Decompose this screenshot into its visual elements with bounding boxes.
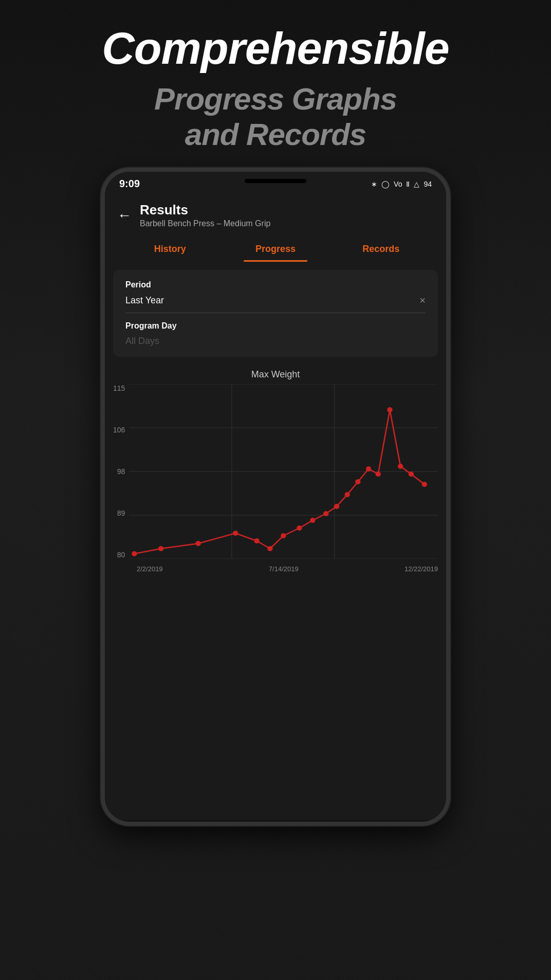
x-labels: 2/2/2019 7/14/2019 12/22/2019	[113, 561, 438, 573]
tab-history[interactable]: History	[117, 237, 223, 262]
svg-point-12	[268, 546, 273, 551]
page-title: Results	[140, 202, 270, 218]
back-button[interactable]: ←	[117, 207, 132, 224]
svg-point-24	[409, 471, 414, 477]
phone-notch	[245, 179, 306, 183]
x-label-mid: 7/14/2019	[269, 565, 299, 573]
svg-point-21	[376, 471, 381, 477]
svg-point-19	[355, 479, 360, 484]
app-bar-title-group: Results Barbell Bench Press – Medium Gri…	[140, 202, 270, 228]
period-clear-icon[interactable]: ×	[419, 295, 426, 306]
screen-content: ← Results Barbell Bench Press – Medium G…	[105, 194, 446, 820]
status-icons: ∗ ◯ Vo Ⅱ △ 94	[371, 180, 432, 188]
wifi-icon: △	[414, 180, 419, 188]
phone-frame: 9:09 ∗ ◯ Vo Ⅱ △ 94 ← Results Barbell Ben…	[101, 168, 450, 826]
signal-icon: Ⅱ	[406, 180, 410, 188]
svg-point-14	[297, 525, 302, 531]
svg-point-22	[388, 407, 393, 412]
chart-container: Max Weight 115 106 98 89 80	[113, 365, 438, 573]
chart-svg	[129, 384, 438, 559]
program-day-value[interactable]: All Days	[125, 336, 426, 347]
svg-point-17	[334, 504, 339, 509]
svg-point-11	[254, 538, 260, 543]
app-bar: ← Results Barbell Bench Press – Medium G…	[105, 194, 446, 232]
hero-subtitle: Progress Graphs and Records	[154, 81, 397, 152]
chart-wrapper: 115 106 98 89 80	[113, 384, 438, 561]
alarm-icon: ◯	[381, 180, 390, 188]
y-label-89: 89	[113, 509, 125, 517]
program-day-label: Program Day	[125, 321, 426, 331]
tab-records[interactable]: Records	[328, 237, 434, 262]
chart-svg-wrapper	[129, 384, 438, 561]
vol-icon: Vo	[394, 180, 402, 188]
period-label: Period	[125, 280, 426, 289]
period-value: Last Year	[125, 295, 164, 306]
period-select[interactable]: Last Year ×	[125, 295, 426, 313]
svg-point-18	[345, 492, 350, 497]
main-wrapper: Comprehensible Progress Graphs and Recor…	[0, 0, 551, 980]
svg-point-9	[196, 541, 201, 546]
status-time: 9:09	[119, 178, 140, 190]
chart-title: Max Weight	[113, 369, 438, 380]
svg-point-15	[310, 518, 315, 523]
battery-icon: 94	[424, 180, 432, 188]
tab-progress[interactable]: Progress	[223, 237, 328, 262]
svg-point-10	[233, 531, 238, 536]
hero-title: Comprehensible	[102, 26, 449, 71]
y-axis: 115 106 98 89 80	[113, 384, 129, 559]
tabs-row: History Progress Records	[105, 237, 446, 262]
svg-point-25	[422, 482, 427, 487]
svg-point-20	[366, 466, 371, 471]
svg-point-16	[323, 511, 328, 516]
y-label-98: 98	[113, 467, 125, 476]
x-label-start: 2/2/2019	[137, 565, 163, 573]
svg-point-13	[281, 533, 286, 538]
svg-point-7	[132, 551, 137, 556]
y-label-115: 115	[113, 384, 125, 392]
bluetooth-icon: ∗	[371, 180, 377, 188]
filter-card: Period Last Year × Program Day All Days	[113, 270, 438, 357]
svg-point-23	[398, 464, 403, 469]
page-subtitle: Barbell Bench Press – Medium Grip	[140, 219, 270, 228]
svg-point-8	[158, 546, 163, 551]
x-label-end: 12/22/2019	[405, 565, 438, 573]
y-label-106: 106	[113, 426, 125, 434]
hero-subtitle-line2: and Records	[185, 117, 366, 152]
y-label-80: 80	[113, 551, 125, 559]
hero-subtitle-line1: Progress Graphs	[154, 82, 397, 116]
